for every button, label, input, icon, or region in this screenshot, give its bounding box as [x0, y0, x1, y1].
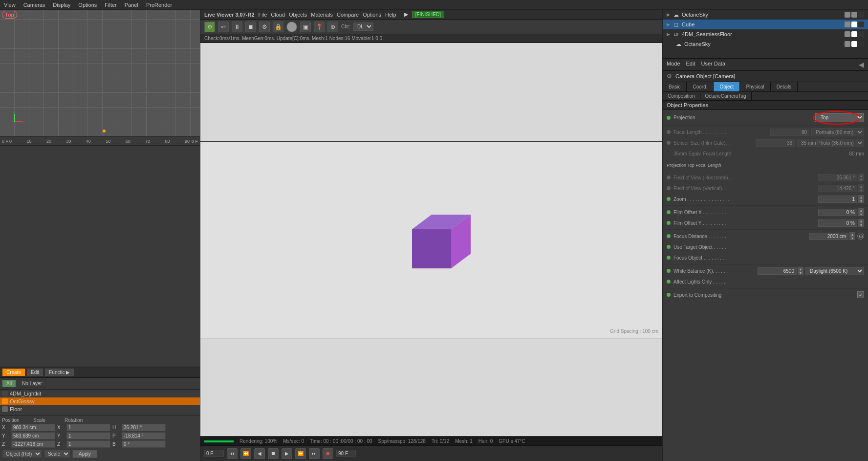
viewer-menu-objects[interactable]: Objects: [289, 12, 307, 18]
userdata-btn[interactable]: User Data: [701, 61, 726, 68]
scene-item-seamlessfloor[interactable]: ▶ L0 4DM_SeamlessFloor: [663, 29, 868, 39]
tab-physical[interactable]: Physical: [740, 82, 770, 91]
playback-step-end[interactable]: ⏭: [309, 448, 320, 459]
chr-select[interactable]: DL: [353, 22, 373, 31]
menu-panel[interactable]: Panel: [121, 2, 142, 8]
menu-display[interactable]: Display: [49, 2, 74, 8]
scale-y-input[interactable]: [66, 432, 110, 439]
pos-y-input[interactable]: [11, 432, 55, 439]
collapse-btn[interactable]: ◀: [859, 61, 864, 68]
playback-step-back-start[interactable]: ⏮: [227, 448, 238, 459]
film-y-up[interactable]: ▲: [858, 219, 864, 223]
film-x-input[interactable]: [818, 209, 857, 216]
wb-down[interactable]: ▼: [798, 271, 803, 275]
scene-item-octanesky2[interactable]: ☁ OctaneSky: [663, 39, 868, 49]
toolbar-crop-btn[interactable]: ▣: [300, 22, 311, 32]
playback-record[interactable]: ⏺: [323, 448, 333, 459]
toolbar-circle-btn[interactable]: [286, 22, 297, 32]
toolbar-render-btn[interactable]: ⚙: [204, 22, 215, 32]
menu-filter[interactable]: Filter: [101, 2, 120, 8]
viewer-menu-help[interactable]: Help: [385, 12, 396, 18]
scale-dropdown[interactable]: Scale: [44, 450, 70, 458]
viewer-menu-options[interactable]: Options: [363, 12, 381, 18]
toolbar-lock-btn[interactable]: 🔒: [273, 22, 283, 32]
focus-dist-input[interactable]: [809, 233, 848, 240]
pos-x-input[interactable]: [11, 424, 55, 431]
fov-h-input[interactable]: [818, 174, 857, 181]
tab-edit[interactable]: Edit: [26, 368, 43, 376]
scale-z-input[interactable]: [66, 440, 110, 448]
playback-start-frame[interactable]: [204, 450, 224, 457]
film-y-down[interactable]: ▼: [858, 223, 864, 227]
no-layer-btn[interactable]: No Layer: [18, 379, 46, 388]
bottom-viewport-area[interactable]: [0, 146, 200, 367]
menu-cameras[interactable]: Cameras: [20, 2, 49, 8]
scene-item-octanesky[interactable]: ▶ ☁ OctaneSky: [663, 10, 868, 20]
tab-object[interactable]: Object: [714, 82, 740, 91]
edit-btn[interactable]: Edit: [686, 61, 695, 68]
list-item-lightkit[interactable]: 4DM_Lightkit: [0, 390, 200, 397]
viewer-menu-materials[interactable]: Materials: [311, 12, 333, 18]
sensor-select[interactable]: 35 mm Photo (36.0 mm): [797, 139, 864, 147]
fov-h-up[interactable]: ▲: [858, 174, 864, 177]
playback-play[interactable]: ▶: [282, 448, 292, 459]
viewer-menu-compare[interactable]: Compare: [337, 12, 359, 18]
focus-dist-down[interactable]: ▼: [849, 236, 855, 240]
viewport-sections[interactable]: Grid Spacing : 100 cm: [200, 43, 662, 437]
coord-dropdown[interactable]: Object (Rel): [2, 450, 42, 458]
viewer-menu-file[interactable]: File: [259, 12, 267, 18]
focus-dist-up[interactable]: ▲: [849, 232, 855, 236]
zoom-up[interactable]: ▲: [858, 195, 864, 199]
list-item-octglossy[interactable]: OctGlossy: [0, 397, 200, 405]
tab-details[interactable]: Details: [771, 82, 798, 91]
toolbar-pin-btn[interactable]: 📍: [314, 22, 325, 32]
playback-step-back[interactable]: ⏪: [240, 448, 251, 459]
toolbar-target-btn[interactable]: ⊕: [327, 22, 338, 32]
focus-dist-target-icon[interactable]: ⊙: [857, 233, 864, 240]
apply-button[interactable]: Apply: [72, 450, 97, 458]
tab-basic[interactable]: Basic: [663, 82, 687, 91]
wb-select[interactable]: Daylight (6500 K): [805, 267, 864, 275]
projection-select[interactable]: Top: [815, 113, 864, 122]
focal-select[interactable]: Portraits (80 mm): [811, 128, 864, 136]
playback-end-frame[interactable]: [336, 450, 356, 457]
menu-options[interactable]: Options: [74, 2, 101, 8]
zoom-down[interactable]: ▼: [858, 199, 864, 203]
fov-v-up[interactable]: ▲: [858, 184, 864, 188]
scene-item-cube[interactable]: ▶ ◻ Cube: [663, 20, 868, 29]
film-x-up[interactable]: ▲: [858, 208, 864, 212]
wb-input[interactable]: [758, 267, 797, 275]
playback-play-back[interactable]: ◀: [254, 448, 265, 459]
sensor-input[interactable]: [756, 139, 795, 147]
viewer-menu-cloud[interactable]: Cloud: [271, 12, 285, 18]
toolbar-settings-btn[interactable]: ⚙: [259, 22, 270, 32]
pos-z-input[interactable]: [11, 440, 55, 448]
mode-btn[interactable]: Mode: [667, 61, 680, 68]
top-viewport[interactable]: Top X Y: [0, 10, 200, 137]
wb-up[interactable]: ▲: [798, 267, 803, 271]
tab-octanecam[interactable]: OctaneCameraTag: [700, 92, 752, 100]
toolbar-stop-btn[interactable]: ⏹: [245, 22, 256, 32]
export-comp-checkbox[interactable]: ✓: [857, 291, 864, 298]
viewport-section-mid[interactable]: Grid Spacing : 100 cm: [200, 142, 662, 338]
rot-b-input[interactable]: [122, 440, 166, 448]
focal-input[interactable]: [770, 129, 809, 136]
menu-prorender[interactable]: ProRender: [142, 2, 176, 8]
tab-composition[interactable]: Composition: [663, 92, 700, 100]
toolbar-pause-btn[interactable]: ⏸: [232, 22, 242, 32]
zoom-input[interactable]: [818, 196, 857, 203]
rot-p-input[interactable]: [122, 432, 166, 439]
rot-h-input[interactable]: [122, 424, 166, 431]
viewport-section-top[interactable]: [200, 43, 662, 142]
scale-x-input[interactable]: [66, 424, 110, 431]
tab-create[interactable]: Create: [2, 368, 25, 376]
viewport-section-bot[interactable]: [200, 338, 662, 437]
fov-v-down[interactable]: ▼: [858, 188, 864, 192]
tab-functions[interactable]: Functic ▶: [44, 368, 74, 376]
playback-step-fwd[interactable]: ⏩: [295, 448, 306, 459]
toolbar-btn-2[interactable]: ↩: [218, 22, 229, 32]
fov-h-down[interactable]: ▼: [858, 177, 864, 181]
all-layers-btn[interactable]: All: [2, 379, 16, 388]
film-x-down[interactable]: ▼: [858, 212, 864, 216]
film-y-input[interactable]: [818, 220, 857, 227]
